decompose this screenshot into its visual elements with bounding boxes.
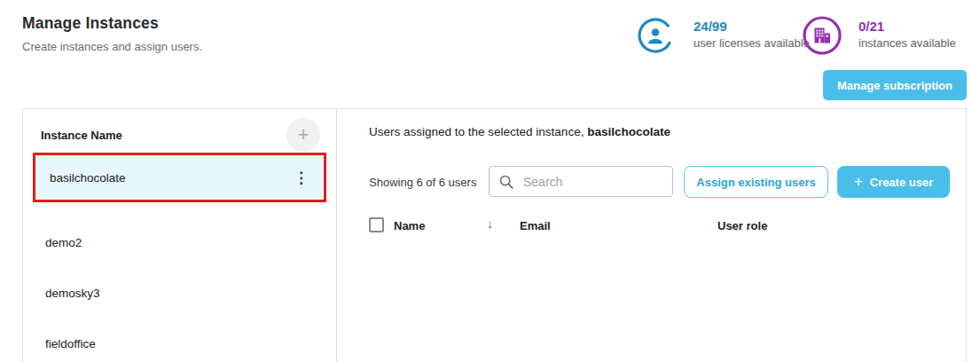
instance-list-panel: Instance Name + basilchocolate ⋮ demo2 d… — [23, 109, 337, 362]
page-subtitle: Create instances and assign users. — [22, 40, 202, 53]
instance-row-basilchocolate[interactable]: basilchocolate ⋮ — [33, 153, 326, 202]
instance-name-label: demo2 — [45, 236, 82, 249]
plus-icon: + — [298, 123, 310, 146]
instance-row-demo2[interactable]: demo2 — [23, 217, 336, 267]
instance-name-column-header: Instance Name — [41, 129, 122, 142]
select-all-checkbox[interactable] — [369, 217, 384, 232]
instances-value: 0/21 — [858, 19, 884, 34]
manage-subscription-button[interactable]: Manage subscription — [823, 70, 967, 100]
user-licenses-value: 24/99 — [694, 19, 727, 34]
column-header-name[interactable]: Name — [394, 219, 425, 232]
assigned-users-heading: Users assigned to the selected instance,… — [369, 125, 670, 138]
selected-instance-name: basilchocolate — [587, 125, 670, 138]
instance-name-label: fieldoffice — [45, 337, 96, 350]
create-user-button[interactable]: + Create user — [837, 166, 950, 198]
kebab-menu-icon[interactable]: ⋮ — [290, 169, 312, 187]
instances-label: instances available — [858, 36, 956, 50]
plus-icon: + — [854, 174, 863, 189]
add-instance-button[interactable]: + — [286, 118, 320, 152]
showing-users-count: Showing 6 of 6 users — [369, 176, 476, 189]
instance-name-label: demosky3 — [45, 287, 100, 300]
assign-existing-users-button[interactable]: Assign existing users — [684, 166, 828, 198]
instance-row-demosky3[interactable]: demosky3 — [23, 268, 336, 318]
search-input[interactable] — [523, 175, 663, 189]
manage-instances-card: Instance Name + basilchocolate ⋮ demo2 d… — [22, 108, 967, 362]
instance-name-label: basilchocolate — [35, 171, 126, 185]
page-title: Manage Instances — [22, 14, 159, 33]
user-search-box[interactable] — [489, 166, 673, 197]
column-header-email[interactable]: Email — [520, 219, 551, 232]
sort-descending-icon[interactable]: ↓ — [487, 216, 493, 231]
user-licenses-ring-icon — [637, 17, 674, 58]
column-header-user-role[interactable]: User role — [717, 219, 767, 232]
search-icon — [498, 174, 514, 190]
instances-building-icon — [802, 15, 843, 59]
create-user-label: Create user — [870, 176, 934, 189]
user-licenses-label: user licenses available — [694, 36, 810, 50]
instance-row-fieldoffice[interactable]: fieldoffice — [23, 319, 336, 362]
assigned-users-heading-text: Users assigned to the selected instance, — [369, 125, 587, 138]
